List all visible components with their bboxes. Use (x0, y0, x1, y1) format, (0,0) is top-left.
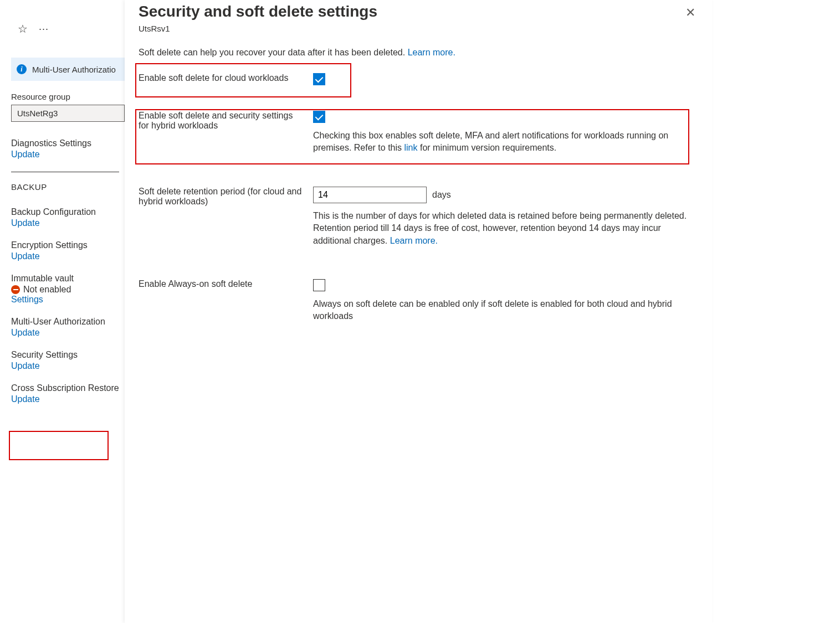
hybrid-help-link[interactable]: link (404, 143, 418, 152)
always-on-help-text: Always on soft delete can be enabled onl… (313, 298, 698, 323)
immutable-vault-status: Not enabled (11, 285, 125, 295)
intro-text-pre: Soft delete can help you recover your da… (139, 48, 408, 57)
retention-help-text: This is the number of days for which del… (313, 210, 698, 247)
resource-group-value[interactable]: UtsNetRg3 (11, 105, 125, 122)
immutable-vault-status-text: Not enabled (23, 285, 71, 295)
cloud-workloads-group: Enable soft delete for cloud workloads (139, 69, 698, 90)
cross-sub-restore-link[interactable]: Update (11, 394, 125, 404)
more-actions-icon[interactable]: ··· (39, 23, 49, 35)
info-banner-text: Multi-User Authorizatio (32, 65, 116, 74)
encryption-settings-title: Encryption Settings (11, 240, 125, 250)
retention-input[interactable] (313, 187, 427, 203)
multi-user-auth-link[interactable]: Update (11, 328, 125, 338)
enable-cloud-checkbox[interactable] (313, 73, 325, 85)
always-on-group: Enable Always-on soft delete Always on s… (139, 275, 698, 327)
diagnostics-settings-title: Diagnostics Settings (11, 138, 125, 148)
security-settings-link[interactable]: Update (11, 361, 125, 371)
hybrid-help-post: for minimum version requirements. (418, 143, 557, 152)
always-on-checkbox[interactable] (313, 279, 325, 291)
settings-panel: ✕ Security and soft delete settings UtsR… (125, 0, 712, 623)
security-settings-title: Security Settings (11, 350, 125, 360)
info-icon: i (17, 64, 27, 74)
cross-sub-restore-item: Cross Subscription Restore Update (11, 383, 125, 404)
cross-sub-restore-title: Cross Subscription Restore (11, 383, 125, 393)
title-actions-row: ☆ ··· (11, 22, 125, 35)
retention-learn-more-link[interactable]: Learn more. (390, 236, 438, 245)
diagnostics-settings-item: Diagnostics Settings Update (11, 138, 125, 159)
retention-help-pre: This is the number of days for which del… (313, 211, 687, 245)
enable-hybrid-checkbox[interactable] (313, 111, 325, 123)
backup-configuration-title: Backup Configuration (11, 207, 125, 217)
intro-learn-more-link[interactable]: Learn more. (408, 48, 455, 57)
hybrid-workloads-group: Enable soft delete and security settings… (139, 106, 698, 159)
resource-group-label: Resource group (11, 92, 125, 101)
mua-info-banner[interactable]: i Multi-User Authorizatio (11, 58, 127, 81)
favorite-star-icon[interactable]: ☆ (18, 22, 28, 35)
security-settings-item: Security Settings Update (11, 350, 125, 371)
enable-hybrid-label: Enable soft delete and security settings… (139, 111, 302, 131)
multi-user-auth-item: Multi-User Authorization Update (11, 317, 125, 338)
close-icon[interactable]: ✕ (685, 6, 695, 20)
no-entry-icon (11, 285, 20, 294)
retention-label: Soft delete retention period (for cloud … (139, 187, 302, 207)
intro-text: Soft delete can help you recover your da… (139, 48, 698, 58)
panel-title: Security and soft delete settings (139, 3, 698, 20)
immutable-vault-link[interactable]: Settings (11, 295, 125, 305)
immutable-vault-item: Immutable vault Not enabled Settings (11, 274, 125, 305)
encryption-settings-link[interactable]: Update (11, 251, 125, 261)
immutable-vault-title: Immutable vault (11, 274, 125, 284)
backup-configuration-link[interactable]: Update (11, 218, 125, 228)
left-sidebar: ☆ ··· i Multi-User Authorizatio Resource… (0, 0, 125, 623)
hybrid-help-text: Checking this box enables soft delete, M… (313, 130, 698, 155)
multi-user-auth-title: Multi-User Authorization (11, 317, 125, 327)
panel-subtitle: UtsRsv1 (139, 24, 698, 33)
backup-section-header: BACKUP (11, 182, 125, 192)
retention-group: Soft delete retention period (for cloud … (139, 182, 698, 251)
backup-configuration-item: Backup Configuration Update (11, 207, 125, 228)
retention-days-label: days (432, 190, 451, 200)
section-divider (11, 172, 119, 172)
encryption-settings-item: Encryption Settings Update (11, 240, 125, 261)
always-on-label: Enable Always-on soft delete (139, 279, 302, 289)
enable-cloud-label: Enable soft delete for cloud workloads (139, 73, 302, 83)
diagnostics-settings-link[interactable]: Update (11, 150, 125, 159)
